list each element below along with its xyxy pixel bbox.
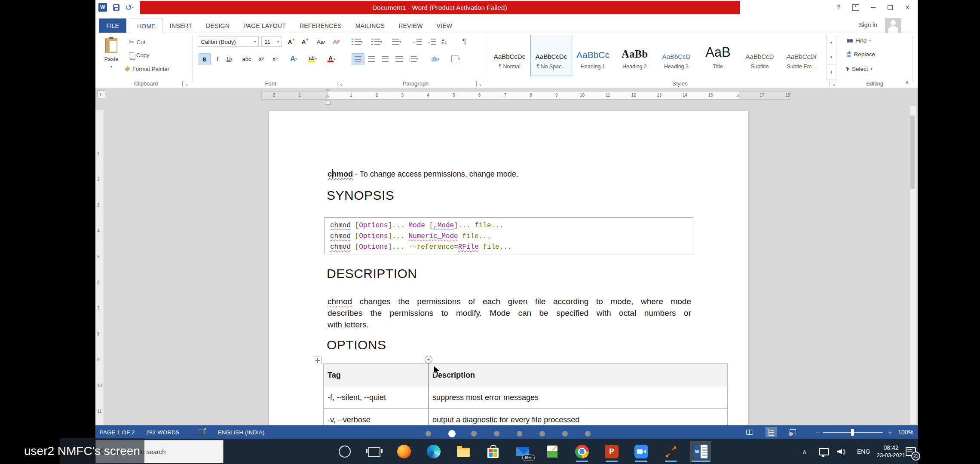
taskbar-icon-store[interactable] xyxy=(483,441,503,462)
taskbar-icon-task-view[interactable] xyxy=(364,441,385,462)
page-dot[interactable] xyxy=(517,431,522,437)
styles-scroll-down-button[interactable]: ▼ xyxy=(827,50,836,65)
page-dot[interactable] xyxy=(448,430,456,437)
left-indent-marker[interactable] xyxy=(325,101,331,105)
select-button[interactable]: Select▾ xyxy=(847,66,873,72)
style-h2[interactable]: AaBbHeading 2 xyxy=(614,35,655,76)
style-h1[interactable]: AaBbCcHeading 1 xyxy=(572,35,614,76)
tab-page-layout[interactable]: PAGE LAYOUT xyxy=(236,18,293,33)
avatar[interactable] xyxy=(885,18,901,33)
font-color-button[interactable]: A▾ xyxy=(323,53,340,64)
taskbar-icon-notes[interactable] xyxy=(542,441,563,462)
language-tray-button[interactable]: ENG xyxy=(857,439,870,464)
taskbar-icon-file-explorer[interactable] xyxy=(453,441,474,462)
tab-insert[interactable]: INSERT xyxy=(163,18,199,33)
taskbar-icon-remote-tool[interactable] xyxy=(661,441,681,462)
options-table[interactable]: TagDescription-f, --silent, --quietsuppr… xyxy=(323,363,728,425)
indent-marker[interactable] xyxy=(325,89,330,100)
change-case-button[interactable]: Aa▾ xyxy=(314,36,328,47)
bold-button[interactable]: B xyxy=(199,53,211,65)
underline-button[interactable]: U▾ xyxy=(224,53,235,64)
tab-file[interactable]: FILE xyxy=(99,18,126,33)
style-h3[interactable]: AaBbCcDHeading 3 xyxy=(655,35,697,76)
page-dot[interactable] xyxy=(562,431,568,437)
taskbar-icon-cortana[interactable] xyxy=(334,441,355,462)
undo-button[interactable]: ↺▾ xyxy=(125,2,134,12)
decrease-indent-button[interactable]: ← xyxy=(412,36,422,47)
column-resize-handle[interactable]: + xyxy=(425,356,432,363)
vertical-ruler[interactable]: 1234567891011 xyxy=(95,110,104,425)
align-left-button[interactable] xyxy=(352,53,364,65)
style-subtle[interactable]: AaBbCcDiSubtle Em... xyxy=(781,35,822,76)
page-dot[interactable] xyxy=(585,431,591,437)
clock[interactable]: 08:42 23-03-2021 xyxy=(872,439,910,464)
page-dot[interactable] xyxy=(426,431,431,437)
style-title[interactable]: AaBTitle xyxy=(697,35,739,76)
justify-button[interactable] xyxy=(393,53,405,64)
cut-button[interactable]: ✂Cut xyxy=(129,38,145,46)
taskbar-icon-edge[interactable] xyxy=(423,441,444,462)
paste-button[interactable]: Paste ▾ xyxy=(100,35,123,79)
clear-formatting-button[interactable]: A◤ xyxy=(331,36,342,47)
format-painter-button[interactable]: Format Painter xyxy=(125,66,169,72)
align-center-button[interactable] xyxy=(365,53,377,64)
styles-more-button[interactable]: ⇟ xyxy=(827,65,836,80)
style-normal[interactable]: AaBbCcDc¶ Normal xyxy=(489,35,530,76)
horizontal-ruler[interactable]: 211234567891011121314151718 xyxy=(261,91,791,100)
increase-indent-button[interactable]: → xyxy=(426,36,436,47)
style-nospac[interactable]: AaBbCcDc¶ No Spac... xyxy=(530,35,572,76)
tray-chevron-button[interactable]: ∧ xyxy=(802,439,807,464)
subscript-button[interactable]: x2 xyxy=(255,53,267,64)
close-button[interactable]: ✕ xyxy=(900,1,914,13)
help-button[interactable]: ? xyxy=(832,1,845,13)
minimize-button[interactable] xyxy=(866,1,880,13)
grow-font-button[interactable]: A▲ xyxy=(285,36,297,47)
taskbar-icon-mail[interactable]: 99+ xyxy=(512,441,533,462)
shading-button[interactable]: ▾ xyxy=(432,53,439,64)
clipboard-dialog-launcher[interactable]: ↘ xyxy=(182,81,188,86)
page-dot[interactable] xyxy=(471,431,477,437)
find-button[interactable]: Find▾ xyxy=(847,37,871,44)
volume-tray-icon[interactable]: )) xyxy=(837,439,845,464)
tab-selector[interactable]: L xyxy=(97,90,105,98)
paragraph-dialog-launcher[interactable]: ↘ xyxy=(476,81,482,86)
styles-scroll-up-button[interactable]: ▲ xyxy=(827,35,836,50)
taskbar-icon-powerpoint[interactable]: P xyxy=(601,441,622,462)
document-scrollbar[interactable] xyxy=(910,106,916,424)
numbering-button[interactable]: ▾ xyxy=(371,36,382,47)
styles-dialog-launcher[interactable]: ↘ xyxy=(830,81,835,86)
right-indent-marker[interactable] xyxy=(736,94,741,97)
font-dialog-launcher[interactable]: ↘ xyxy=(337,81,343,86)
tab-home[interactable]: HOME xyxy=(130,18,163,34)
superscript-button[interactable]: x2 xyxy=(269,53,281,64)
ribbon-display-options-button[interactable] xyxy=(849,1,863,13)
tab-view[interactable]: VIEW xyxy=(430,18,459,33)
highlight-color-button[interactable]: ab▾ xyxy=(304,53,321,64)
taskbar-icon-firefox[interactable] xyxy=(394,441,414,462)
scrollbar-thumb[interactable] xyxy=(910,116,915,189)
sort-button[interactable]: AZ↓ xyxy=(442,36,447,47)
tab-mailings[interactable]: MAILINGS xyxy=(349,18,392,33)
taskbar-icon-chrome[interactable] xyxy=(572,441,592,462)
table-row[interactable]: -v, --verboseoutput a diagnostic for eve… xyxy=(323,409,728,425)
save-button[interactable] xyxy=(111,2,121,12)
replace-button[interactable]: abacReplace xyxy=(847,51,875,58)
strikethrough-button[interactable]: abc xyxy=(240,53,254,64)
show-paragraph-marks-button[interactable]: ¶ xyxy=(459,36,469,47)
bullets-button[interactable]: ▾ xyxy=(352,36,362,47)
multilevel-list-button[interactable]: ▾ xyxy=(392,36,401,47)
tab-review[interactable]: REVIEW xyxy=(392,18,429,33)
borders-button[interactable]: ▾ xyxy=(451,53,460,64)
line-spacing-button[interactable]: ↕▾ xyxy=(408,53,418,64)
text-effects-button[interactable]: A▾ xyxy=(286,53,301,64)
taskbar-icon-zoom[interactable] xyxy=(631,441,652,462)
align-right-button[interactable] xyxy=(379,53,391,64)
network-tray-icon[interactable] xyxy=(819,439,829,464)
italic-button[interactable]: I xyxy=(212,53,223,64)
notification-center-button[interactable]: 21 xyxy=(906,439,916,464)
tab-references[interactable]: REFERENCES xyxy=(293,18,349,33)
sign-in-link[interactable]: Sign in xyxy=(859,21,877,28)
table-row[interactable]: -f, --silent, --quietsuppress most error… xyxy=(323,386,728,409)
word-logo-icon[interactable]: W xyxy=(98,2,107,12)
page-dot[interactable] xyxy=(494,431,499,437)
